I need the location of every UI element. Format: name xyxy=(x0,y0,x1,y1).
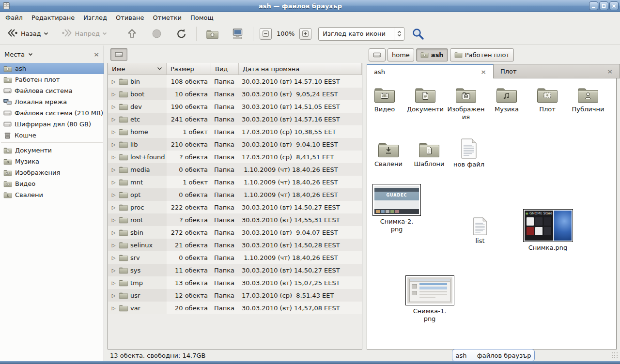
sidebar-item-trash[interactable]: Кошче xyxy=(0,130,104,141)
expander-icon[interactable]: ▷ xyxy=(110,104,117,109)
sidebar-item-desktop[interactable]: Работен плот xyxy=(0,74,104,85)
file-row-usr[interactable]: ▷usr12 обектаПапка17.03.2010 (ср) 8,51,4… xyxy=(108,289,362,302)
menu-edit[interactable]: Редактиране xyxy=(27,13,79,23)
column-header-2[interactable]: Вид xyxy=(211,63,239,75)
path-button-root[interactable] xyxy=(110,48,127,61)
file-row-lost+found[interactable]: ▷lost+found? обектаПапка17.03.2010 (ср) … xyxy=(108,151,362,163)
forward-button[interactable]: Напред xyxy=(57,26,111,42)
pane-separator[interactable] xyxy=(104,46,108,361)
expander-icon[interactable]: ▷ xyxy=(110,255,117,260)
menu-bookmarks[interactable]: Отметки xyxy=(148,13,186,23)
folder-music-icon xyxy=(3,158,12,165)
file-row-bin[interactable]: ▷bin108 обектаПапка30.03.2010 (вт) 14,57… xyxy=(108,75,362,88)
reload-button[interactable] xyxy=(172,26,191,41)
expander-icon[interactable]: ▷ xyxy=(110,91,117,97)
file-row-sys[interactable]: ▷sys11 обектаПапка30.03.2010 (вт) 14,50,… xyxy=(108,264,362,276)
icon-item-Снимка.png[interactable]: ◉ GNOME StoreСнимка.png xyxy=(521,209,575,252)
menu-go[interactable]: Отиване xyxy=(111,13,148,23)
combo-arrows-icon xyxy=(394,28,404,40)
tab-Плот[interactable]: Плот× xyxy=(494,64,620,78)
expander-icon[interactable]: ▷ xyxy=(110,154,117,160)
file-row-sbin[interactable]: ▷sbin272 обектаПапка30.03.2010 (вт) 9,04… xyxy=(108,226,362,239)
expander-icon[interactable]: ▷ xyxy=(110,129,117,135)
tab-close-icon[interactable]: × xyxy=(607,68,613,75)
expander-icon[interactable]: ▷ xyxy=(110,167,117,172)
minimize-button[interactable] xyxy=(589,1,598,10)
menu-view[interactable]: Изглед xyxy=(79,13,111,23)
file-row-selinux[interactable]: ▷selinux21 обектаПапка30.03.2010 (вт) 14… xyxy=(108,239,362,251)
file-row-opt[interactable]: ▷opt0 обектаПапка 1.10.2009 (чт) 18,40,2… xyxy=(108,188,362,201)
sidebar-item-ash[interactable]: ash xyxy=(0,63,104,74)
expander-icon[interactable]: ▷ xyxy=(110,79,117,84)
file-row-media[interactable]: ▷media0 обектаПапка 1.10.2009 (чт) 18,40… xyxy=(108,163,362,176)
home-folder-icon xyxy=(3,65,12,72)
expander-icon[interactable]: ▷ xyxy=(110,217,117,223)
file-row-srv[interactable]: ▷srv0 обектаПапка 1.10.2009 (чт) 18,40,2… xyxy=(108,251,362,264)
maximize-button[interactable] xyxy=(599,1,608,10)
expander-icon[interactable]: ▷ xyxy=(110,243,117,248)
search-button[interactable] xyxy=(411,27,425,41)
column-header-1[interactable]: Размер xyxy=(167,63,211,75)
sidebar-item-images[interactable]: Изображения xyxy=(0,167,104,178)
column-header-0[interactable]: Име xyxy=(108,63,167,75)
menu-file[interactable]: Файл xyxy=(1,13,27,23)
resize-grip[interactable] xyxy=(611,351,619,359)
file-row-etc[interactable]: ▷etc241 обектаПапка30.03.2010 (вт) 14,57… xyxy=(108,113,362,125)
path-button-ash[interactable]: ash xyxy=(416,48,448,61)
sidebar-title-select[interactable]: Места xyxy=(4,51,33,58)
forward-dropdown-icon[interactable] xyxy=(102,32,107,35)
path-button-root[interactable] xyxy=(369,48,386,61)
expander-icon[interactable]: ▷ xyxy=(110,305,117,311)
path-button-desktop[interactable]: Работен плот xyxy=(450,48,514,61)
menu-help[interactable]: Помощ xyxy=(186,13,218,23)
expander-icon[interactable]: ▷ xyxy=(110,230,117,235)
sidebar-item-documents[interactable]: Документи xyxy=(0,145,104,156)
icon-item-Снимка-2.png[interactable]: GUADECСнимка-2. png xyxy=(370,184,424,233)
file-row-root[interactable]: ▷root? обектаПапка30.03.2010 (вт) 14,55,… xyxy=(108,213,362,226)
home-button[interactable] xyxy=(202,27,223,41)
sidebar-item-music[interactable]: Музика xyxy=(0,156,104,167)
back-button[interactable]: Назад xyxy=(3,26,52,42)
tab-close-icon[interactable]: × xyxy=(480,68,486,75)
close-button[interactable] xyxy=(609,1,619,10)
file-row-var[interactable]: ▷var20 обектаПапка30.03.2010 (вт) 14,57,… xyxy=(108,302,362,314)
zoom-out-button[interactable] xyxy=(260,28,272,40)
sidebar-item-filesystem-210[interactable]: Файлова система (210 MB) xyxy=(0,107,104,119)
sidebar-item-filesystem[interactable]: Файлова система xyxy=(0,85,104,96)
zoom-in-button[interactable] xyxy=(299,28,311,40)
expander-icon[interactable]: ▷ xyxy=(110,142,117,147)
sidebar-item-network[interactable]: Локална мрежа xyxy=(0,96,104,107)
computer-button[interactable] xyxy=(228,26,248,42)
sidebar-item-downloads[interactable]: Свалени xyxy=(0,189,104,200)
back-dropdown-icon[interactable] xyxy=(44,32,48,35)
expander-icon[interactable]: ▷ xyxy=(110,280,117,286)
tab-ash[interactable]: ash× xyxy=(367,64,494,78)
sidebar-item-encrypted-80[interactable]: Шифриран дял (80 GB) xyxy=(0,119,104,130)
file-row-tmp[interactable]: ▷tmp13 обектаПапка30.03.2010 (вт) 15,07,… xyxy=(108,276,362,289)
expander-icon[interactable]: ▷ xyxy=(110,192,117,197)
file-row-home[interactable]: ▷home1 обектПапка17.03.2010 (ср) 10,38,5… xyxy=(108,125,362,138)
folder-icon xyxy=(119,203,128,211)
sidebar-item-video[interactable]: Видео xyxy=(0,178,104,189)
expander-icon[interactable]: ▷ xyxy=(110,180,117,185)
sidebar-close-icon[interactable]: × xyxy=(93,51,99,58)
icon-item-Снимка-1.png[interactable]: Снимка-1. png xyxy=(403,275,457,323)
file-row-lib[interactable]: ▷lib210 обектаПапка30.03.2010 (вт) 9,04,… xyxy=(108,138,362,151)
icon-item-list[interactable]: list xyxy=(453,217,507,245)
path-button-home[interactable]: home xyxy=(388,48,414,61)
file-row-mnt[interactable]: ▷mnt1 обектПапка 1.10.2009 (чт) 18,40,26… xyxy=(108,176,362,188)
file-row-proc[interactable]: ▷proc222 обектаПапка30.03.2010 (вт) 14,5… xyxy=(108,201,362,213)
file-row-dev[interactable]: ▷dev190 обектаПапка30.03.2010 (вт) 14,51… xyxy=(108,100,362,113)
folder-icon xyxy=(454,51,463,58)
icon-item-нов файл[interactable]: нов файл xyxy=(442,138,496,168)
expander-icon[interactable]: ▷ xyxy=(110,117,117,122)
file-row-boot[interactable]: ▷boot10 обектаПапка30.03.2010 (вт) 9,05,… xyxy=(108,88,362,100)
view-mode-select[interactable]: Изглед като икони xyxy=(318,27,404,41)
expander-icon[interactable]: ▷ xyxy=(110,293,117,298)
up-button[interactable] xyxy=(123,26,141,41)
stop-button[interactable] xyxy=(147,26,166,41)
column-header-3[interactable]: Дата на промяна xyxy=(239,63,362,75)
icon-item-Публични[interactable]: Публични xyxy=(561,85,615,113)
expander-icon[interactable]: ▷ xyxy=(110,268,117,273)
expander-icon[interactable]: ▷ xyxy=(110,205,117,210)
